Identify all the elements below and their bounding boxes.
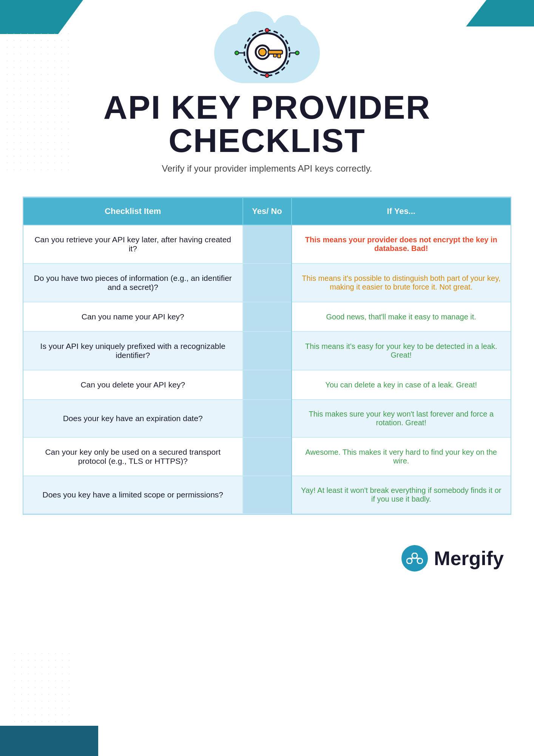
svg-rect-6: [273, 54, 276, 57]
svg-point-8: [295, 51, 299, 55]
svg-point-3: [259, 48, 266, 56]
yes-no-4: [243, 332, 292, 370]
yes-no-6: [243, 400, 292, 437]
table-row: Can you name your API key? Good news, th…: [23, 302, 511, 332]
table-header-row: Checklist Item Yes/ No If Yes...: [23, 198, 511, 225]
yes-no-8: [243, 476, 292, 514]
if-yes-1: This means your provider does not encryp…: [292, 225, 511, 263]
checklist-item-3: Can you name your API key?: [23, 302, 243, 332]
if-yes-6: This makes sure your key won't last fore…: [292, 400, 511, 437]
table-row: Does you key have a limited scope or per…: [23, 476, 511, 514]
checklist-item-2: Do you have two pieces of information (e…: [23, 263, 243, 302]
page-title: API KEY PROVIDER CHECKLIST: [30, 91, 504, 157]
checklist-table: Checklist Item Yes/ No If Yes... Can you…: [23, 197, 511, 514]
hero-icon-container: [30, 23, 504, 83]
if-yes-5: You can delete a key in case of a leak. …: [292, 370, 511, 400]
footer-brand: Mergify: [0, 538, 534, 587]
yes-no-5: [243, 370, 292, 400]
hero-section: API KEY PROVIDER CHECKLIST Verify if you…: [0, 0, 534, 197]
page-subtitle: Verify if your provider implements API k…: [30, 163, 504, 174]
mergify-logo-icon: [401, 545, 428, 572]
svg-point-15: [407, 558, 412, 564]
checklist-item-1: Can you retrieve your API key later, aft…: [23, 225, 243, 263]
mergify-brand-name: Mergify: [434, 547, 504, 570]
table-row: Can you delete your API key? You can del…: [23, 370, 511, 400]
table-row: Do you have two pieces of information (e…: [23, 263, 511, 302]
if-yes-2: This means it's possible to distinguish …: [292, 263, 511, 302]
if-yes-3: Good news, that'll make it easy to manag…: [292, 302, 511, 332]
checklist-item-6: Does your key have an expiration date?: [23, 400, 243, 437]
table-row: Is your API key uniquely prefixed with a…: [23, 332, 511, 370]
api-key-icon: [233, 26, 301, 79]
checklist-table-container: Checklist Item Yes/ No If Yes... Can you…: [23, 197, 511, 515]
table-row: Can you retrieve your API key later, aft…: [23, 225, 511, 263]
table-row: Can your key only be used on a secured t…: [23, 437, 511, 476]
yes-no-1: [243, 225, 292, 263]
checklist-item-4: Is your API key uniquely prefixed with a…: [23, 332, 243, 370]
svg-point-17: [417, 558, 423, 564]
svg-point-10: [235, 51, 239, 55]
yes-no-3: [243, 302, 292, 332]
svg-rect-4: [268, 50, 282, 54]
dot-grid-bottom-left-decoration: [11, 650, 72, 726]
corner-bottom-left-decoration: [0, 726, 98, 756]
svg-point-7: [265, 28, 269, 32]
checklist-item-7: Can your key only be used on a secured t…: [23, 437, 243, 476]
if-yes-7: Awesome. This makes it very hard to find…: [292, 437, 511, 476]
checklist-item-8: Does you key have a limited scope or per…: [23, 476, 243, 514]
table-row: Does your key have an expiration date? T…: [23, 400, 511, 437]
if-yes-8: Yay! At least it won't break everything …: [292, 476, 511, 514]
yes-no-2: [243, 263, 292, 302]
svg-point-16: [412, 553, 417, 558]
if-yes-4: This means it's easy for your key to be …: [292, 332, 511, 370]
checklist-item-5: Can you delete your API key?: [23, 370, 243, 400]
svg-point-9: [265, 74, 269, 77]
col-header-yes-no: Yes/ No: [243, 198, 292, 225]
col-header-item: Checklist Item: [23, 198, 243, 225]
col-header-if-yes: If Yes...: [292, 198, 511, 225]
cloud-background: [214, 23, 320, 83]
mergify-m-icon: [406, 553, 423, 564]
yes-no-7: [243, 437, 292, 476]
svg-rect-5: [278, 54, 281, 58]
